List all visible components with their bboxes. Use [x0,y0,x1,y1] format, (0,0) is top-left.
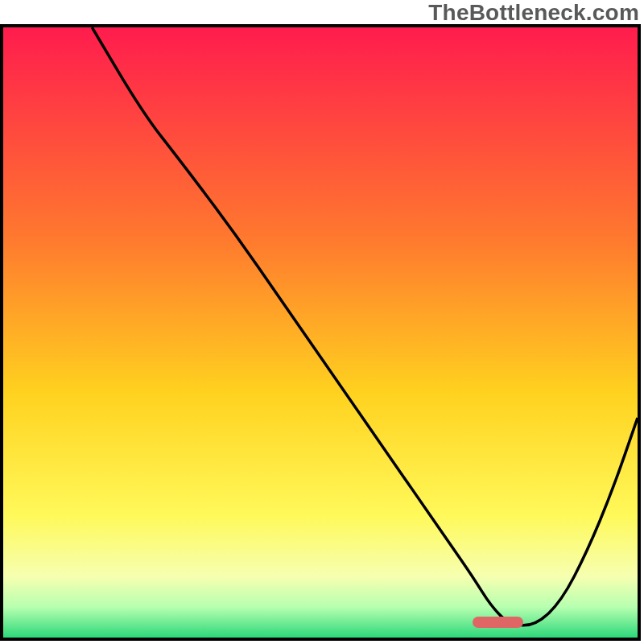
watermark-text: TheBottleneck.com [428,0,639,26]
chart-svg [3,27,638,638]
chart-background [3,27,638,638]
chart-plot-area [3,27,638,638]
chart-stage: TheBottleneck.com [0,0,644,644]
optimal-marker [473,617,523,628]
